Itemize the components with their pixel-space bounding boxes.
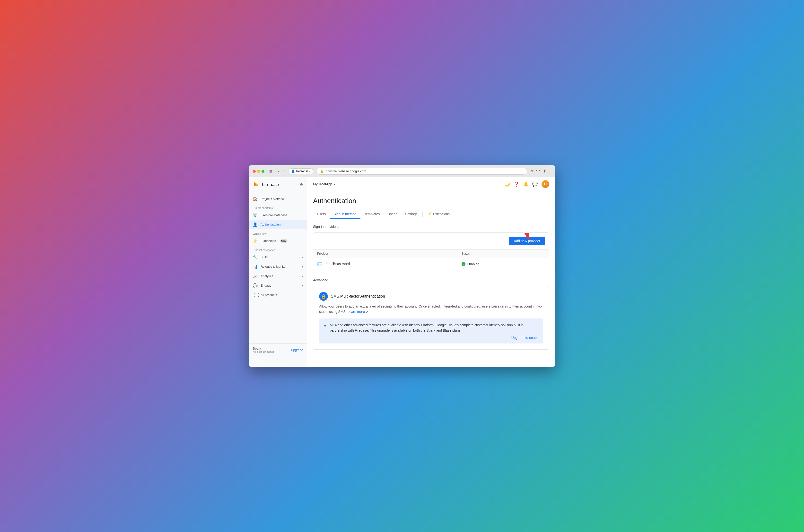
sidebar-item-extensions[interactable]: ⚡ Extensions NEW <box>249 236 307 246</box>
analytics-label: Analytics <box>261 274 273 278</box>
engage-label: Engage <box>261 284 272 287</box>
browser-window: ⊟ ‹ › 👤 Personal ▾ 🔒 console.firebase.go… <box>249 165 555 367</box>
engage-chevron-icon: ▾ <box>302 284 303 287</box>
sidebar-item-project-overview[interactable]: 🏠 Project Overview <box>249 194 307 204</box>
maximize-button[interactable] <box>262 170 264 173</box>
authentication-icon: 👤 <box>253 222 258 227</box>
release-monitor-label: Release & Monitor <box>261 265 286 268</box>
release-chevron-icon: ▾ <box>302 265 303 268</box>
reload-button[interactable]: ↻ <box>530 169 533 173</box>
advanced-section-title: Advanced <box>313 278 549 282</box>
build-icon: 🔧 <box>253 255 258 260</box>
forward-button[interactable]: › <box>282 168 285 174</box>
analytics-chevron-icon: ▾ <box>302 274 303 278</box>
sidebar-item-firestore[interactable]: 📡 Firestore Database <box>249 210 307 220</box>
sidebar: Firebase ⚙ 🏠 Project Overview Project sh… <box>249 177 307 367</box>
sidebar-item-all-products[interactable]: ⋮⋮ All products <box>249 290 307 300</box>
providers-card: Add new provider Provider Status <box>313 232 549 270</box>
sidebar-item-authentication[interactable]: 👤 Authentication <box>249 220 307 229</box>
build-chevron-icon: ▾ <box>302 255 303 259</box>
provider-name: Email/Password <box>325 262 350 266</box>
table-row[interactable]: ✉️ Email/Password ✓ Enabled <box>313 258 549 270</box>
project-selector[interactable]: MyGreatApp ▾ <box>313 182 335 186</box>
table-header-status: Status <box>457 249 549 258</box>
product-categories-label: Product categories <box>249 246 307 252</box>
extensions-badge: NEW <box>280 239 287 243</box>
providers-table: Provider Status ✉️ Email/Password <box>313 249 549 270</box>
extensions-tab-icon: ⚡ <box>428 212 432 216</box>
user-avatar[interactable]: U <box>542 180 549 188</box>
help-button[interactable]: ❓ <box>514 182 519 187</box>
upgrade-notice-footer: Upgrade to enable <box>330 336 539 340</box>
sidebar-navigation: 🏠 Project Overview Project shortcuts 📡 F… <box>249 192 307 302</box>
tab-settings[interactable]: Settings <box>401 210 422 219</box>
tab-users[interactable]: Users <box>313 210 330 219</box>
sidebar-item-release-monitor[interactable]: 📊 Release & Monitor ▾ <box>249 262 307 271</box>
sidebar-footer: Spark No-cost $0/month Upgrade ‹ <box>249 343 307 367</box>
traffic-lights <box>253 170 264 173</box>
new-tab-button[interactable]: + <box>549 169 551 173</box>
browser-navigation: ‹ › <box>277 168 285 174</box>
profile-icon: 👤 <box>291 170 295 173</box>
all-products-label: All products <box>261 293 277 297</box>
tab-usage[interactable]: Usage <box>384 210 401 219</box>
browser-actions: ↻ 🛡 ⬆ + <box>530 169 551 173</box>
collapse-sidebar-button[interactable]: ‹ <box>275 355 281 364</box>
page-content: Authentication Users Sign-in method Temp… <box>307 191 555 367</box>
sign-in-providers-section-title: Sign-in providers <box>313 225 549 229</box>
sidebar-item-build[interactable]: 🔧 Build ▾ <box>249 252 307 262</box>
settings-button[interactable]: ⚙ <box>300 183 303 187</box>
share-button[interactable]: ⬆ <box>543 169 546 173</box>
lock-icon: 🔒 <box>320 170 324 173</box>
sidebar-item-analytics[interactable]: 📈 Analytics ▾ <box>249 271 307 281</box>
notifications-button[interactable]: 🔔 <box>523 182 528 187</box>
app-container: Firebase ⚙ 🏠 Project Overview Project sh… <box>249 177 555 367</box>
upgrade-notice-text: MFA and other advanced features are avai… <box>330 322 539 333</box>
firebase-logo-text: Firebase <box>262 182 279 187</box>
feedback-button[interactable]: 💬 <box>532 182 538 187</box>
main-content: MyGreatApp ▾ 🌙 ❓ 🔔 💬 U Authentication Us… <box>307 177 555 367</box>
upgrade-to-enable-button[interactable]: Upgrade to enable <box>511 336 539 340</box>
sidebar-item-engage[interactable]: 💬 Engage ▾ <box>249 281 307 290</box>
close-button[interactable] <box>253 170 256 173</box>
profile-chevron: ▾ <box>309 170 311 173</box>
analytics-icon: 📈 <box>253 274 258 279</box>
status-cell: ✓ Enabled <box>457 258 549 270</box>
minimize-button[interactable] <box>257 170 260 173</box>
dark-mode-button[interactable]: 🌙 <box>505 182 510 187</box>
release-icon: 📊 <box>253 264 258 269</box>
sidebar-header: Firebase ⚙ <box>249 177 307 192</box>
upgrade-notice: ★ MFA and other advanced features are av… <box>319 319 543 343</box>
star-icon: ★ <box>323 323 327 328</box>
firestore-label: Firestore Database <box>261 213 287 217</box>
back-button[interactable]: ‹ <box>277 168 280 174</box>
firestore-icon: 📡 <box>253 213 258 217</box>
upgrade-notice-content: MFA and other advanced features are avai… <box>330 322 539 340</box>
tab-templates[interactable]: Templates <box>360 210 384 219</box>
authentication-label: Authentication <box>261 223 280 226</box>
sms-mfa-header: 🔒 SMS Multi-factor Authentication <box>319 292 543 301</box>
project-overview-label: Project Overview <box>261 197 284 201</box>
upgrade-plan-button[interactable]: Upgrade <box>291 348 303 352</box>
address-bar[interactable]: 🔒 console.firebase.google.com <box>316 168 527 175</box>
project-name: MyGreatApp <box>313 182 332 186</box>
tabs-bar: Users Sign-in method Templates Usage Set… <box>313 210 549 219</box>
build-label: Build <box>261 255 267 259</box>
add-new-provider-button[interactable]: Add new provider <box>509 236 545 245</box>
project-shortcuts-label: Project shortcuts <box>249 204 307 210</box>
external-link-icon: ↗ <box>366 310 369 314</box>
home-icon: 🏠 <box>253 196 258 201</box>
tab-sign-in-method[interactable]: Sign-in method <box>330 210 360 219</box>
tab-extensions[interactable]: ⚡ Extensions <box>424 210 453 219</box>
profile-chip[interactable]: 👤 Personal ▾ <box>288 168 313 174</box>
plan-cost: No-cost $0/month <box>253 350 274 353</box>
email-provider-icon: ✉️ <box>317 262 322 266</box>
learn-more-link[interactable]: Learn more <box>348 310 365 314</box>
whats-new-label: What's new <box>249 229 307 236</box>
status-enabled-icon: ✓ <box>462 262 465 266</box>
project-chevron-icon: ▾ <box>334 183 335 186</box>
plan-info: Spark No-cost $0/month Upgrade <box>253 347 303 353</box>
sidebar-toggle-button[interactable]: ⊟ <box>267 168 274 174</box>
shield-icon[interactable]: 🛡 <box>536 169 540 173</box>
extensions-label: Extensions <box>261 239 276 243</box>
